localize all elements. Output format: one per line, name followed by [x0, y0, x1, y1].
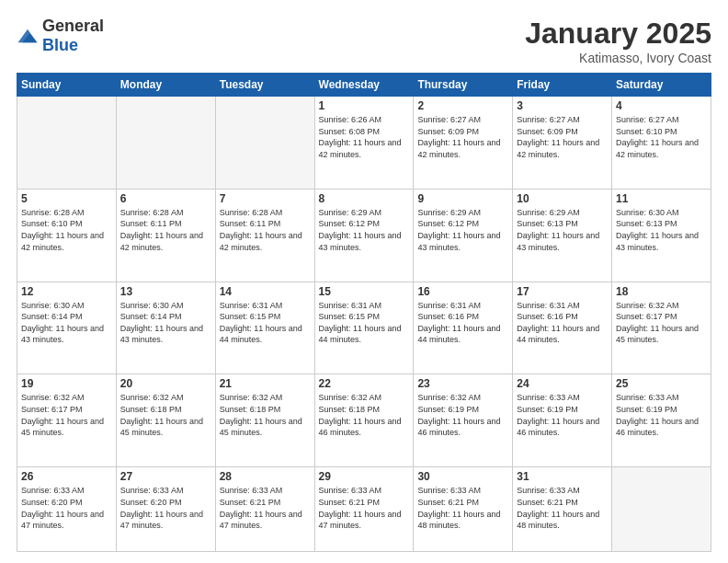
weekday-header-cell: Sunday [17, 74, 117, 97]
day-info: Sunrise: 6:32 AM Sunset: 6:17 PM Dayligh… [21, 392, 112, 438]
calendar-day-cell: 22Sunrise: 6:32 AM Sunset: 6:18 PM Dayli… [314, 374, 414, 467]
calendar-week-row: 1Sunrise: 6:26 AM Sunset: 6:08 PM Daylig… [17, 97, 711, 190]
month-title: January 2025 [525, 17, 711, 51]
day-info: Sunrise: 6:33 AM Sunset: 6:21 PM Dayligh… [517, 485, 608, 531]
day-number: 27 [120, 470, 211, 483]
calendar-day-cell: 12Sunrise: 6:30 AM Sunset: 6:14 PM Dayli… [17, 282, 117, 374]
day-number: 5 [21, 192, 112, 205]
day-info: Sunrise: 6:27 AM Sunset: 6:09 PM Dayligh… [417, 114, 508, 160]
calendar-day-cell: 24Sunrise: 6:33 AM Sunset: 6:19 PM Dayli… [513, 374, 612, 467]
day-info: Sunrise: 6:27 AM Sunset: 6:09 PM Dayligh… [517, 114, 608, 160]
day-info: Sunrise: 6:32 AM Sunset: 6:18 PM Dayligh… [319, 392, 410, 438]
day-info: Sunrise: 6:31 AM Sunset: 6:16 PM Dayligh… [417, 300, 508, 346]
weekday-header-cell: Tuesday [215, 74, 314, 97]
day-info: Sunrise: 6:33 AM Sunset: 6:20 PM Dayligh… [120, 485, 211, 531]
calendar-day-cell: 9Sunrise: 6:29 AM Sunset: 6:12 PM Daylig… [414, 189, 513, 282]
day-number: 3 [517, 99, 608, 112]
logo-general: General [42, 17, 104, 35]
day-number: 7 [220, 192, 311, 205]
calendar-day-cell: 30Sunrise: 6:33 AM Sunset: 6:21 PM Dayli… [414, 467, 513, 552]
day-number: 13 [120, 285, 211, 298]
day-number: 30 [417, 470, 508, 483]
day-number: 11 [616, 192, 707, 205]
calendar-day-cell: 7Sunrise: 6:28 AM Sunset: 6:11 PM Daylig… [215, 189, 314, 282]
calendar-day-cell [612, 467, 711, 552]
day-number: 24 [517, 377, 608, 390]
day-info: Sunrise: 6:32 AM Sunset: 6:18 PM Dayligh… [120, 392, 211, 438]
day-info: Sunrise: 6:29 AM Sunset: 6:13 PM Dayligh… [517, 207, 608, 253]
weekday-header-row: SundayMondayTuesdayWednesdayThursdayFrid… [17, 74, 711, 97]
calendar-day-cell: 17Sunrise: 6:31 AM Sunset: 6:16 PM Dayli… [513, 282, 612, 374]
day-number: 9 [417, 192, 508, 205]
day-info: Sunrise: 6:33 AM Sunset: 6:19 PM Dayligh… [616, 392, 707, 438]
day-number: 2 [417, 99, 508, 112]
day-number: 19 [21, 377, 112, 390]
calendar-day-cell [116, 97, 215, 190]
day-number: 28 [220, 470, 311, 483]
calendar-body: 1Sunrise: 6:26 AM Sunset: 6:08 PM Daylig… [17, 97, 711, 552]
calendar-day-cell: 29Sunrise: 6:33 AM Sunset: 6:21 PM Dayli… [314, 467, 414, 552]
logo-text: General Blue [42, 17, 104, 55]
calendar: SundayMondayTuesdayWednesdayThursdayFrid… [17, 73, 711, 552]
day-number: 10 [517, 192, 608, 205]
day-number: 26 [21, 470, 112, 483]
day-info: Sunrise: 6:29 AM Sunset: 6:12 PM Dayligh… [417, 207, 508, 253]
day-info: Sunrise: 6:26 AM Sunset: 6:08 PM Dayligh… [319, 114, 410, 160]
day-number: 21 [220, 377, 311, 390]
day-number: 1 [319, 99, 410, 112]
location: Katimasso, Ivory Coast [525, 51, 711, 65]
calendar-day-cell: 2Sunrise: 6:27 AM Sunset: 6:09 PM Daylig… [414, 97, 513, 190]
calendar-day-cell: 3Sunrise: 6:27 AM Sunset: 6:09 PM Daylig… [513, 97, 612, 190]
calendar-day-cell: 25Sunrise: 6:33 AM Sunset: 6:19 PM Dayli… [612, 374, 711, 467]
calendar-day-cell: 1Sunrise: 6:26 AM Sunset: 6:08 PM Daylig… [314, 97, 414, 190]
calendar-day-cell: 14Sunrise: 6:31 AM Sunset: 6:15 PM Dayli… [215, 282, 314, 374]
calendar-day-cell: 20Sunrise: 6:32 AM Sunset: 6:18 PM Dayli… [116, 374, 215, 467]
calendar-day-cell: 8Sunrise: 6:29 AM Sunset: 6:12 PM Daylig… [314, 189, 414, 282]
day-number: 8 [319, 192, 410, 205]
day-info: Sunrise: 6:33 AM Sunset: 6:21 PM Dayligh… [220, 485, 311, 531]
calendar-day-cell: 10Sunrise: 6:29 AM Sunset: 6:13 PM Dayli… [513, 189, 612, 282]
calendar-day-cell: 23Sunrise: 6:32 AM Sunset: 6:19 PM Dayli… [414, 374, 513, 467]
day-info: Sunrise: 6:28 AM Sunset: 6:11 PM Dayligh… [220, 207, 311, 253]
calendar-day-cell: 26Sunrise: 6:33 AM Sunset: 6:20 PM Dayli… [17, 467, 117, 552]
day-number: 31 [517, 470, 608, 483]
calendar-day-cell: 16Sunrise: 6:31 AM Sunset: 6:16 PM Dayli… [414, 282, 513, 374]
day-info: Sunrise: 6:32 AM Sunset: 6:19 PM Dayligh… [417, 392, 508, 438]
calendar-week-row: 12Sunrise: 6:30 AM Sunset: 6:14 PM Dayli… [17, 282, 711, 374]
calendar-day-cell: 27Sunrise: 6:33 AM Sunset: 6:20 PM Dayli… [116, 467, 215, 552]
calendar-day-cell: 5Sunrise: 6:28 AM Sunset: 6:10 PM Daylig… [17, 189, 117, 282]
day-info: Sunrise: 6:27 AM Sunset: 6:10 PM Dayligh… [616, 114, 707, 160]
day-number: 15 [319, 285, 410, 298]
day-info: Sunrise: 6:31 AM Sunset: 6:15 PM Dayligh… [319, 300, 410, 346]
weekday-header-cell: Thursday [414, 74, 513, 97]
day-info: Sunrise: 6:30 AM Sunset: 6:14 PM Dayligh… [120, 300, 211, 346]
calendar-day-cell: 31Sunrise: 6:33 AM Sunset: 6:21 PM Dayli… [513, 467, 612, 552]
day-info: Sunrise: 6:29 AM Sunset: 6:12 PM Dayligh… [319, 207, 410, 253]
calendar-day-cell: 11Sunrise: 6:30 AM Sunset: 6:13 PM Dayli… [612, 189, 711, 282]
calendar-day-cell: 13Sunrise: 6:30 AM Sunset: 6:14 PM Dayli… [116, 282, 215, 374]
day-info: Sunrise: 6:32 AM Sunset: 6:18 PM Dayligh… [220, 392, 311, 438]
day-info: Sunrise: 6:33 AM Sunset: 6:21 PM Dayligh… [417, 485, 508, 531]
weekday-header-cell: Saturday [612, 74, 711, 97]
day-info: Sunrise: 6:30 AM Sunset: 6:14 PM Dayligh… [21, 300, 112, 346]
day-info: Sunrise: 6:33 AM Sunset: 6:21 PM Dayligh… [319, 485, 410, 531]
title-block: January 2025 Katimasso, Ivory Coast [525, 17, 711, 65]
day-number: 17 [517, 285, 608, 298]
day-info: Sunrise: 6:31 AM Sunset: 6:15 PM Dayligh… [220, 300, 311, 346]
calendar-day-cell: 28Sunrise: 6:33 AM Sunset: 6:21 PM Dayli… [215, 467, 314, 552]
day-number: 4 [616, 99, 707, 112]
weekday-header-cell: Wednesday [314, 74, 414, 97]
calendar-week-row: 26Sunrise: 6:33 AM Sunset: 6:20 PM Dayli… [17, 467, 711, 552]
day-number: 16 [417, 285, 508, 298]
page: General Blue January 2025 Katimasso, Ivo… [0, 0, 728, 563]
day-info: Sunrise: 6:31 AM Sunset: 6:16 PM Dayligh… [517, 300, 608, 346]
logo-icon [17, 26, 39, 46]
day-number: 23 [417, 377, 508, 390]
calendar-day-cell [215, 97, 314, 190]
day-info: Sunrise: 6:33 AM Sunset: 6:19 PM Dayligh… [517, 392, 608, 438]
weekday-header-cell: Friday [513, 74, 612, 97]
logo: General Blue [17, 17, 104, 55]
day-info: Sunrise: 6:30 AM Sunset: 6:13 PM Dayligh… [616, 207, 707, 253]
day-number: 12 [21, 285, 112, 298]
day-number: 6 [120, 192, 211, 205]
